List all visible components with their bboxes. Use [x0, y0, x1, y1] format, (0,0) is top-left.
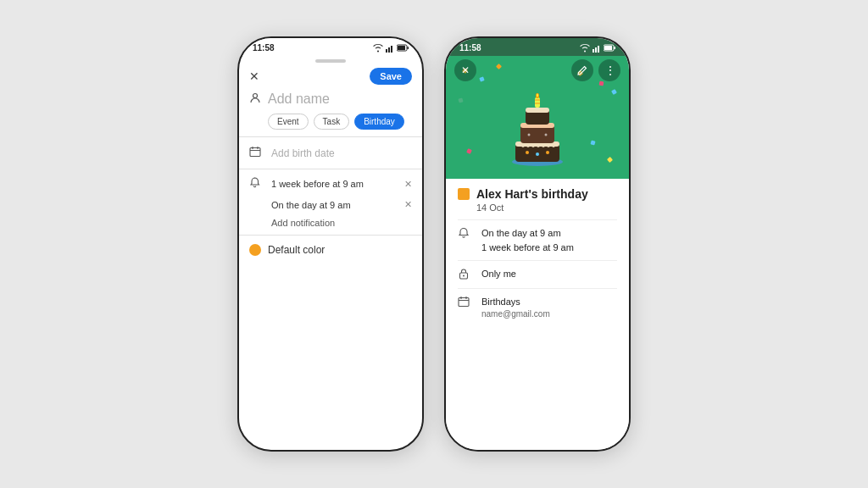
detail-body: Alex Hart's birthday 14 Oct On the day a… [446, 179, 629, 450]
person-icon [249, 92, 261, 107]
battery-icon-right [604, 44, 615, 52]
lock-icon [458, 268, 473, 282]
svg-rect-7 [250, 148, 260, 157]
detail-divider-3 [458, 288, 617, 289]
notification-content: On the day at 9 am 1 week before at 9 am [481, 226, 617, 254]
svg-rect-5 [398, 46, 405, 50]
birth-date-placeholder: Add birth date [271, 147, 412, 159]
detail-notification-row: On the day at 9 am 1 week before at 9 am [458, 222, 617, 258]
svg-rect-12 [595, 47, 597, 53]
svg-rect-15 [615, 47, 616, 49]
svg-rect-23 [526, 108, 549, 113]
detail-calendar-row: Birthdays name@gmail.com [458, 291, 617, 323]
birth-date-row[interactable]: Add birth date [239, 139, 422, 167]
svg-rect-2 [391, 46, 392, 53]
confetti-10 [590, 140, 595, 145]
event-date: 14 Oct [476, 202, 617, 213]
close-button[interactable]: ✕ [249, 69, 259, 83]
left-phone: 11:58 [237, 36, 424, 452]
tab-birthday[interactable]: Birthday [354, 114, 404, 130]
battery-icon [397, 44, 409, 52]
detail-divider-2 [458, 260, 617, 261]
calendar-content: Birthdays name@gmail.com [481, 295, 617, 319]
left-status-icons [373, 44, 409, 53]
svg-point-30 [546, 151, 549, 154]
detail-visibility-row: Only me [458, 263, 617, 286]
right-phone: 11:58 [444, 36, 631, 452]
color-row[interactable]: Default color [239, 237, 422, 263]
notif-row-2: On the day at 9 am ✕ [239, 195, 422, 214]
svg-point-32 [528, 133, 531, 136]
scene: 11:58 [0, 0, 868, 488]
type-tabs: Event Task Birthday [239, 110, 422, 135]
form-title-row: Add name [239, 88, 422, 110]
detail-divider-1 [458, 219, 617, 220]
detail-edit-button[interactable] [571, 59, 593, 81]
divider-1 [239, 136, 422, 137]
event-title: Alex Hart's birthday [476, 187, 588, 201]
notif-text-2: On the day at 9 am [271, 200, 398, 210]
svg-rect-16 [604, 46, 612, 50]
tab-event[interactable]: Event [268, 114, 309, 130]
svg-rect-25 [535, 99, 540, 101]
right-time: 11:58 [459, 43, 481, 53]
left-time: 11:58 [253, 43, 275, 53]
svg-rect-0 [386, 49, 387, 53]
left-status-bar: 11:58 [239, 38, 422, 56]
confetti-9 [607, 157, 613, 163]
detail-hero: ✕ ⋮ [446, 56, 629, 179]
add-notification[interactable]: Add notification [239, 214, 422, 231]
cake-illustration [504, 84, 571, 169]
bell-icon-detail [458, 227, 473, 241]
calendar-email: name@gmail.com [481, 309, 617, 319]
hero-action-buttons: ⋮ [571, 59, 620, 81]
divider-2 [239, 169, 422, 169]
svg-point-31 [536, 152, 539, 156]
calendar-icon-detail [458, 296, 473, 310]
calendar-name: Birthdays [481, 295, 617, 309]
svg-point-28 [537, 93, 538, 97]
form-title-placeholder[interactable]: Add name [268, 92, 330, 107]
svg-rect-11 [593, 49, 594, 53]
right-status-bar: 11:58 [446, 38, 629, 56]
detail-close-button[interactable]: ✕ [454, 59, 476, 81]
visibility-label: Only me [481, 267, 617, 281]
divider-3 [239, 235, 422, 236]
notif-row-1: 1 week before at 9 am ✕ [239, 173, 422, 195]
notif-detail-line2: 1 week before at 9 am [481, 241, 617, 255]
svg-point-6 [253, 93, 258, 97]
wifi-icon [373, 44, 383, 53]
confetti-8 [466, 148, 472, 154]
svg-rect-1 [388, 47, 390, 53]
color-label: Default color [268, 244, 325, 256]
remove-notif-1[interactable]: ✕ [404, 179, 412, 190]
right-status-icons [580, 44, 615, 53]
notif-text-1: 1 week before at 9 am [271, 179, 398, 189]
signal-icon-right [593, 44, 601, 53]
svg-point-33 [545, 133, 548, 136]
confetti-4 [599, 81, 604, 86]
svg-rect-4 [408, 47, 409, 49]
confetti-6 [611, 89, 617, 95]
edit-header: ✕ Save [239, 63, 422, 88]
detail-more-button[interactable]: ⋮ [598, 59, 620, 81]
confetti-7 [458, 97, 463, 103]
svg-rect-26 [535, 103, 540, 104]
svg-rect-13 [598, 46, 599, 53]
bell-icon-1 [249, 177, 264, 191]
calendar-icon [249, 146, 264, 160]
hero-overlay: ✕ ⋮ [446, 56, 629, 81]
event-color-indicator [458, 188, 470, 200]
notification-section: 1 week before at 9 am ✕ On the day at 9 … [239, 171, 422, 233]
svg-rect-36 [459, 298, 469, 307]
svg-point-29 [526, 151, 529, 154]
wifi-icon-right [580, 44, 590, 53]
remove-notif-2[interactable]: ✕ [404, 199, 412, 210]
svg-point-35 [463, 275, 465, 277]
color-swatch [249, 244, 261, 256]
save-button[interactable]: Save [370, 68, 412, 85]
signal-icon [386, 44, 394, 53]
event-title-row: Alex Hart's birthday [458, 187, 617, 201]
tab-task[interactable]: Task [314, 114, 350, 130]
notif-detail-line1: On the day at 9 am [481, 226, 617, 241]
